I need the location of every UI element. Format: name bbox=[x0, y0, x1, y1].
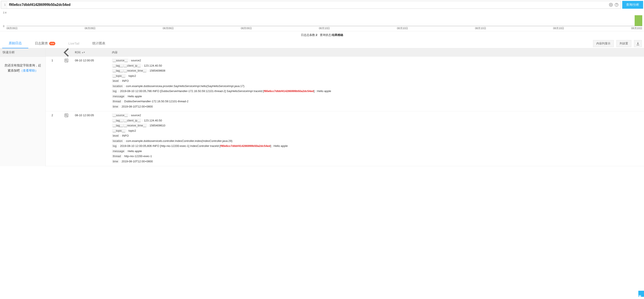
col-time-header[interactable]: 时间 ▲▼ bbox=[74, 50, 111, 54]
help-icon[interactable] bbox=[614, 3, 618, 7]
tab-chart-label: 统计图表 bbox=[92, 41, 105, 45]
log-field: location:com.example.dubboserviceb.contr… bbox=[112, 139, 644, 143]
help-link[interactable]: （查看帮助） bbox=[20, 69, 38, 72]
field-colon: : bbox=[141, 64, 144, 67]
field-value: com.example.dubboservicea.provider.SayHe… bbox=[126, 84, 244, 88]
field-key[interactable]: location bbox=[112, 84, 124, 88]
field-key[interactable]: __source__ bbox=[112, 58, 128, 62]
tab-bar: 原始日志 日志聚类 new LiveTail 统计图表 内容列显示 列设置 bbox=[0, 39, 644, 48]
x-tick: 08月10日 bbox=[319, 26, 330, 30]
total-label: 日志总条数: bbox=[301, 33, 316, 36]
field-value: 2019-08-10 12:00:05,786 INFO [DubboServe… bbox=[120, 89, 331, 93]
field-value: INFO bbox=[122, 134, 129, 137]
chart-bar bbox=[635, 15, 642, 26]
field-key[interactable]: __topic__ bbox=[112, 129, 126, 133]
log-field: thread:DubboServerHandler-172.16.50.59:1… bbox=[112, 99, 644, 104]
time-header-label: 时间 bbox=[75, 50, 80, 54]
field-key[interactable]: __tag__:__receive_time__ bbox=[112, 69, 147, 72]
chevron-left-icon bbox=[59, 45, 74, 60]
log-rows: 108-10 12:00:05__source__:source2__tag__… bbox=[46, 57, 644, 166]
highlight-match: f90e6cc7dbbf414286999b50a2dc54ed bbox=[220, 144, 270, 148]
tab-stat-chart[interactable]: 统计图表 bbox=[86, 39, 112, 48]
col-content-header: 内容 bbox=[111, 50, 644, 54]
log-field: level:INFO bbox=[112, 79, 644, 83]
download-button[interactable] bbox=[634, 40, 642, 47]
field-value: INFO bbox=[122, 79, 129, 82]
x-tick: 08月10日 bbox=[631, 26, 642, 30]
field-colon: : bbox=[124, 139, 126, 143]
field-colon: : bbox=[126, 74, 128, 77]
field-key[interactable]: message bbox=[112, 94, 125, 98]
gear-icon[interactable] bbox=[609, 3, 613, 7]
field-colon: : bbox=[128, 59, 131, 62]
field-key[interactable]: __tag__:__client_ip__ bbox=[112, 64, 141, 67]
content-column-display-button[interactable]: 内容列显示 bbox=[593, 40, 614, 47]
field-key[interactable]: message bbox=[112, 149, 125, 153]
field-key[interactable]: __source__ bbox=[112, 113, 128, 117]
log-field: __source__:source2 bbox=[112, 113, 644, 117]
field-key[interactable]: level bbox=[112, 134, 120, 138]
svg-point-0 bbox=[610, 4, 612, 5]
field-colon: : bbox=[125, 149, 128, 153]
log-field: __source__:source2 bbox=[112, 58, 644, 63]
collapse-sidebar-button[interactable] bbox=[59, 45, 74, 60]
x-tick: 08月10日 bbox=[553, 26, 564, 30]
field-key[interactable]: location bbox=[112, 139, 124, 143]
field-value: Hello apple bbox=[128, 149, 142, 153]
field-colon: : bbox=[117, 89, 120, 93]
x-tick: 08月10日 bbox=[397, 26, 408, 30]
field-colon: : bbox=[117, 144, 120, 148]
total-value: 2 bbox=[316, 33, 317, 36]
field-value: topic2 bbox=[128, 129, 136, 132]
tab-log-cluster[interactable]: 日志聚类 new bbox=[28, 39, 62, 48]
field-colon: : bbox=[141, 119, 144, 122]
search-button[interactable]: 查询/分析 bbox=[622, 1, 643, 9]
histogram-chart[interactable]: 2.4 0 08月09日08月09日08月09日08月09日08月10日08月1… bbox=[0, 9, 644, 31]
field-key[interactable]: __topic__ bbox=[112, 74, 126, 78]
row-expand-button[interactable] bbox=[59, 113, 74, 164]
field-colon: : bbox=[126, 129, 128, 132]
field-key[interactable]: log bbox=[112, 144, 117, 148]
field-key[interactable]: level bbox=[112, 79, 120, 83]
search-bar: 1 查询/分析 bbox=[0, 0, 644, 9]
field-value: 1565409610 bbox=[150, 124, 165, 127]
log-field: location:com.example.dubboservicea.provi… bbox=[112, 84, 644, 88]
tab-raw-label: 原始日志 bbox=[9, 41, 22, 45]
field-key[interactable]: thread bbox=[112, 99, 122, 103]
column-settings-button[interactable]: 列设置 bbox=[616, 40, 631, 47]
tabs: 原始日志 日志聚类 new LiveTail 统计图表 bbox=[2, 39, 593, 48]
svg-rect-3 bbox=[65, 59, 68, 62]
field-value: DubboServerHandler-172.16.50.59:12101-th… bbox=[124, 100, 188, 103]
svg-point-4 bbox=[66, 60, 67, 61]
field-key[interactable]: __tag__:__client_ip__ bbox=[112, 119, 141, 122]
field-key[interactable]: time bbox=[112, 105, 119, 108]
x-tick: 08月09日 bbox=[163, 26, 174, 30]
query-input[interactable] bbox=[7, 1, 607, 8]
row-expand-button[interactable] bbox=[59, 58, 74, 109]
log-field: __tag__:__receive_time__:1565409608 bbox=[112, 68, 644, 73]
field-key[interactable]: __tag__:__receive_time__ bbox=[112, 124, 147, 127]
query-box[interactable]: 1 bbox=[1, 1, 621, 9]
field-key[interactable]: log bbox=[112, 89, 117, 93]
x-tick: 08月09日 bbox=[241, 26, 252, 30]
svg-rect-5 bbox=[65, 114, 68, 117]
tab-raw-logs[interactable]: 原始日志 bbox=[2, 39, 28, 48]
log-field: __topic__:topic2 bbox=[112, 74, 644, 78]
row-index: 2 bbox=[46, 113, 59, 164]
log-field: time:2019-08-10T12:00+0800 bbox=[112, 159, 644, 164]
log-field: message:Hello apple bbox=[112, 94, 644, 99]
x-tick: 08月09日 bbox=[85, 26, 96, 30]
field-key[interactable]: thread bbox=[112, 154, 122, 158]
x-tick: 08月10日 bbox=[475, 26, 486, 30]
row-content: __source__:source2__tag__:__client_ip__:… bbox=[111, 58, 644, 109]
sort-icon: ▲▼ bbox=[82, 51, 85, 53]
row-time: 08-10 12:00:05 bbox=[74, 113, 111, 164]
field-value: topic2 bbox=[128, 74, 136, 77]
field-value: Hello apple bbox=[128, 95, 142, 98]
field-value: 2019-08-10 12:00:05,806 INFO [http-nio-1… bbox=[120, 144, 288, 148]
field-key[interactable]: time bbox=[112, 160, 119, 163]
field-colon: : bbox=[122, 155, 124, 158]
field-colon: : bbox=[128, 114, 131, 117]
field-colon: : bbox=[125, 95, 128, 98]
field-colon: : bbox=[119, 105, 122, 108]
